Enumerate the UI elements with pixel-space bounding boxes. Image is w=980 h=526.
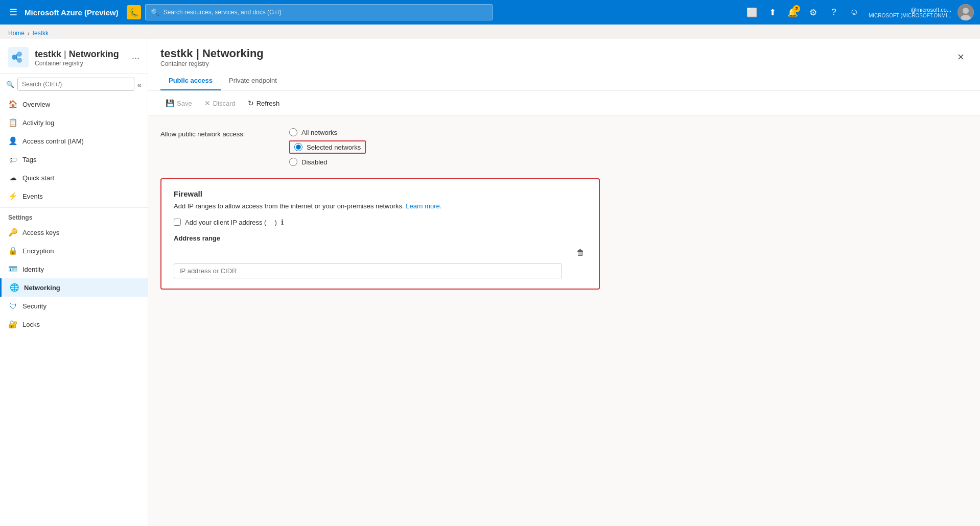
activity-log-icon: 📋 — [8, 118, 17, 127]
overview-icon: 🏠 — [8, 100, 17, 109]
firewall-description: Add IP ranges to allow access from the i… — [174, 202, 587, 210]
hamburger-icon[interactable]: ☰ — [6, 4, 20, 21]
radio-disabled-input[interactable] — [289, 158, 297, 166]
more-options-icon[interactable]: ··· — [132, 53, 139, 63]
sidebar-item-overview[interactable]: 🏠 Overview — [0, 95, 148, 113]
radio-selected-networks-input[interactable] — [294, 143, 302, 151]
topnav-actions: ⬜ ⬆ 🔔 2 ⚙ ? ☺ @microsoft.co... MICROSOFT… — [743, 3, 974, 21]
discard-label: Discard — [213, 100, 236, 107]
sidebar-subtitle: Container registry — [35, 60, 119, 67]
client-ip-checkbox[interactable] — [174, 219, 181, 226]
sidebar-item-locks[interactable]: 🔐 Locks — [0, 315, 148, 333]
sidebar-item-tags[interactable]: 🏷 Tags — [0, 150, 148, 169]
top-navigation: ☰ Microsoft Azure (Preview) 🐛 🔍 Search r… — [0, 0, 980, 25]
sidebar-item-label: Activity log — [22, 119, 54, 127]
sidebar-item-security[interactable]: 🛡 Security — [0, 297, 148, 315]
terminal-icon[interactable]: ⬜ — [743, 3, 761, 21]
sidebar-item-quick-start[interactable]: ☁ Quick start — [0, 169, 148, 187]
quick-start-icon: ☁ — [8, 173, 17, 182]
resource-icon — [8, 47, 29, 69]
page-title: testkk | Networking — [160, 47, 264, 60]
breadcrumb-home[interactable]: Home — [8, 30, 25, 37]
locks-icon: 🔐 — [8, 320, 17, 329]
breadcrumb: Home › testkk — [0, 25, 980, 39]
settings-icon[interactable]: ⚙ — [804, 3, 823, 21]
notifications-badge: 2 — [793, 5, 800, 12]
bug-icon: 🐛 — [127, 5, 141, 19]
sidebar-item-label: Networking — [24, 284, 60, 292]
radio-disabled-networks[interactable]: Disabled — [289, 158, 366, 166]
settings-section-label: Settings — [0, 207, 148, 223]
collapse-sidebar-icon[interactable]: « — [137, 80, 142, 89]
sidebar-item-events[interactable]: ⚡ Events — [0, 187, 148, 205]
notifications-icon[interactable]: 🔔 2 — [784, 3, 802, 21]
app-layout: testkk | Networking Container registry ·… — [0, 39, 980, 526]
svg-rect-3 — [8, 47, 29, 67]
user-tenant: MICROSOFT (MICROSOFT.ONMI... — [869, 13, 951, 18]
encryption-icon: 🔒 — [8, 246, 17, 255]
refresh-label: Refresh — [256, 100, 280, 107]
firewall-title: Firewall — [174, 189, 587, 198]
tab-private-endpoint[interactable]: Private endpoint — [221, 71, 285, 90]
refresh-icon: ↻ — [248, 99, 254, 107]
svg-point-1 — [963, 8, 969, 14]
discard-button[interactable]: ✕ Discard — [199, 96, 241, 110]
page-title-group: testkk | Networking Container registry — [160, 47, 264, 67]
feedback-icon[interactable]: ☺ — [845, 3, 864, 21]
delete-icon[interactable]: 🗑 — [174, 246, 587, 259]
page-subtitle: Container registry — [160, 60, 264, 67]
address-input[interactable] — [174, 264, 562, 278]
user-avatar[interactable] — [958, 4, 974, 20]
security-icon: 🛡 — [8, 301, 17, 310]
sidebar-search-row: 🔍 « — [0, 74, 148, 95]
sidebar-item-identity[interactable]: 🪪 Identity — [0, 260, 148, 278]
radio-group-network-access: All networks Selected networks — [289, 128, 366, 166]
sidebar-item-label: Locks — [22, 321, 40, 328]
address-range-label: Address range — [174, 234, 587, 242]
sidebar-item-label: Security — [22, 302, 46, 310]
cloud-shell-icon[interactable]: ⬆ — [763, 3, 782, 21]
sidebar-item-networking[interactable]: 🌐 Networking — [0, 278, 148, 297]
firewall-section: Firewall Add IP ranges to allow access f… — [160, 178, 600, 290]
sidebar-item-access-keys[interactable]: 🔑 Access keys — [0, 223, 148, 242]
close-button[interactable]: ✕ — [954, 49, 968, 66]
radio-selected-networks[interactable]: Selected networks — [294, 143, 361, 151]
global-search[interactable]: 🔍 Search resources, services, and docs (… — [145, 4, 493, 20]
tags-icon: 🏷 — [8, 155, 17, 164]
address-range-row: 🗑 — [174, 246, 587, 259]
access-keys-icon: 🔑 — [8, 228, 17, 237]
user-profile[interactable]: @microsoft.co... MICROSOFT (MICROSOFT.ON… — [869, 7, 951, 18]
learn-more-link[interactable]: Learn more. — [406, 202, 441, 210]
sidebar-header: testkk | Networking Container registry ·… — [0, 39, 148, 74]
client-ip-label: Add your client IP address ( — [185, 219, 266, 226]
tab-bar: Public access Private endpoint — [160, 71, 968, 90]
radio-all-networks-label: All networks — [301, 129, 337, 136]
save-label: Save — [177, 100, 192, 107]
sidebar-item-access-control[interactable]: 👤 Access control (IAM) — [0, 132, 148, 150]
sidebar-item-encryption[interactable]: 🔒 Encryption — [0, 242, 148, 260]
sidebar-item-label: Tags — [22, 156, 36, 163]
breadcrumb-separator: › — [28, 30, 30, 36]
radio-disabled-label: Disabled — [301, 158, 328, 166]
networking-icon: 🌐 — [10, 283, 19, 292]
tab-public-access[interactable]: Public access — [160, 71, 221, 90]
radio-all-networks[interactable]: All networks — [289, 128, 366, 136]
sidebar-item-label: Quick start — [22, 174, 54, 182]
sidebar-item-label: Identity — [22, 266, 44, 273]
refresh-button[interactable]: ↻ Refresh — [243, 96, 285, 110]
access-control-icon: 👤 — [8, 136, 17, 146]
sidebar-item-label: Encryption — [22, 247, 54, 255]
radio-all-networks-input[interactable] — [289, 128, 297, 136]
save-icon: 💾 — [166, 99, 174, 107]
svg-point-6 — [17, 58, 22, 63]
help-icon[interactable]: ? — [825, 3, 843, 21]
selected-networks-highlight: Selected networks — [289, 140, 366, 154]
discard-icon: ✕ — [204, 99, 211, 107]
save-button[interactable]: 💾 Save — [160, 96, 197, 110]
sidebar-search-input[interactable] — [17, 78, 134, 91]
info-icon[interactable]: ℹ — [281, 218, 284, 226]
breadcrumb-resource[interactable]: testkk — [33, 30, 49, 37]
client-ip-suffix: ) — [274, 219, 276, 226]
sidebar-item-activity-log[interactable]: 📋 Activity log — [0, 113, 148, 132]
sidebar-item-label: Events — [22, 193, 43, 200]
